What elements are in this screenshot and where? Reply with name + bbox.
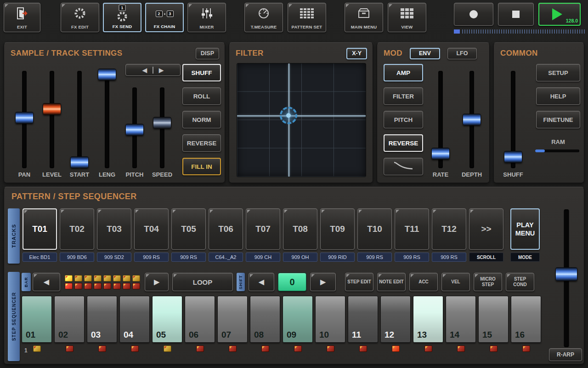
bar-indicator-column[interactable]: [113, 275, 121, 289]
slider-track[interactable]: [14, 71, 34, 168]
filter-xy-pad[interactable]: [237, 63, 366, 177]
sample-option-button[interactable]: SHUFF: [182, 64, 221, 81]
bar-indicator-column[interactable]: [84, 275, 92, 289]
track-button[interactable]: T04: [134, 208, 169, 250]
slider-track[interactable]: [42, 71, 62, 168]
edit-mode-button[interactable]: NOTE EDIT: [377, 273, 406, 291]
step-button[interactable]: 12: [380, 296, 411, 343]
sample-option-button[interactable]: REVERSE: [182, 134, 221, 152]
pattern-set-button[interactable]: PATTERN SET: [288, 3, 326, 32]
step-button[interactable]: 07: [217, 296, 248, 343]
bar-indicator-column[interactable]: [74, 275, 82, 289]
step-button[interactable]: 11: [348, 296, 378, 343]
sample-option-button[interactable]: ROLL: [182, 87, 221, 105]
track-button[interactable]: T07: [246, 208, 280, 250]
slider-handle[interactable]: [431, 148, 450, 160]
slider-track[interactable]: [97, 71, 117, 168]
stop-button[interactable]: [498, 3, 534, 26]
track-button[interactable]: T11: [395, 208, 429, 250]
slider-handle[interactable]: [43, 103, 61, 115]
bar-next-button[interactable]: ▶: [145, 273, 169, 291]
bar-indicator-column[interactable]: [132, 275, 140, 289]
shift-right-button[interactable]: ▶: [310, 273, 336, 291]
sample-option-button[interactable]: FILL IN: [182, 158, 221, 175]
step-button[interactable]: 08: [250, 296, 280, 343]
mod-target-button[interactable]: AMP: [384, 64, 423, 81]
xy-mode-button[interactable]: X-Y: [346, 48, 367, 59]
track-button[interactable]: T10: [357, 208, 392, 250]
step-button[interactable]: 05: [152, 296, 182, 343]
step-button[interactable]: 03: [87, 296, 117, 343]
slider-handle[interactable]: [125, 124, 144, 136]
step-button[interactable]: 02: [54, 296, 85, 343]
slider-track[interactable]: [430, 71, 451, 168]
xy-cursor[interactable]: [280, 107, 297, 124]
track-button[interactable]: T06: [209, 208, 243, 250]
bar-indicator-column[interactable]: [94, 275, 102, 289]
edit-mode-button[interactable]: VEL: [441, 273, 470, 291]
track-button[interactable]: T09: [320, 208, 355, 250]
shift-left-button[interactable]: ◀: [249, 273, 274, 291]
t-measure-button[interactable]: T.MEASURE: [244, 3, 283, 32]
step-button[interactable]: 15: [478, 296, 509, 343]
shuff-slider-track[interactable]: [503, 71, 523, 168]
track-button[interactable]: T02: [60, 208, 94, 250]
mod-target-button[interactable]: PITCH: [384, 111, 423, 128]
slider-track[interactable]: [152, 87, 172, 168]
record-button[interactable]: [454, 3, 493, 26]
step-button[interactable]: 10: [315, 296, 345, 343]
edit-mode-button[interactable]: STEP EDIT: [345, 273, 373, 291]
view-button[interactable]: VIEW: [388, 3, 426, 32]
track-button[interactable]: T12: [432, 208, 466, 250]
step-button[interactable]: 13: [413, 296, 443, 343]
bar-indicator-column[interactable]: [123, 275, 130, 289]
fx-send-button[interactable]: 1 FX SEND: [103, 3, 141, 32]
step-button[interactable]: 09: [283, 296, 313, 343]
slider-track[interactable]: [462, 71, 482, 168]
step-button[interactable]: 14: [446, 296, 476, 343]
common-option-button[interactable]: FINETUNE: [536, 111, 580, 128]
lfo-tab-button[interactable]: LFO: [447, 48, 477, 59]
main-menu-button[interactable]: MAIN MENU: [345, 3, 383, 32]
bar-prev-button[interactable]: ◀: [33, 273, 60, 291]
loop-button[interactable]: LOOP: [172, 273, 233, 291]
envelope-curve-button[interactable]: [384, 158, 423, 175]
r-arp-button[interactable]: R-ARP: [549, 348, 582, 361]
slider-handle[interactable]: [153, 117, 171, 129]
fx-edit-button[interactable]: FX EDIT: [61, 3, 99, 32]
env-tab-button[interactable]: ENV: [410, 48, 440, 59]
track-button[interactable]: T05: [171, 208, 206, 250]
bar-indicator-column[interactable]: [103, 275, 111, 289]
track-button[interactable]: T03: [97, 208, 131, 250]
arrow-left-icon[interactable]: ◀: [142, 67, 147, 74]
step-button[interactable]: 04: [119, 296, 150, 343]
step-button[interactable]: 06: [185, 296, 215, 343]
mixer-button[interactable]: MIXER: [187, 3, 226, 32]
play-menu-button[interactable]: PLAY MENU: [510, 208, 540, 250]
fx-chain-button[interactable]: 2 3 FX CHAIN: [145, 3, 184, 32]
slider-handle[interactable]: [15, 112, 34, 124]
exit-button[interactable]: EXIT: [4, 3, 40, 32]
volume-slider-handle[interactable]: [555, 267, 577, 281]
common-option-button[interactable]: SETUP: [536, 64, 580, 81]
edit-mode-button[interactable]: STEP COND: [506, 273, 534, 291]
edit-mode-button[interactable]: ACC: [409, 273, 438, 291]
slider-track[interactable]: [69, 71, 90, 168]
slider-handle[interactable]: [70, 156, 89, 168]
common-option-button[interactable]: HELP: [536, 87, 580, 105]
play-button[interactable]: 128.0: [538, 3, 581, 26]
slider-track[interactable]: [124, 87, 145, 168]
track-button[interactable]: T08: [283, 208, 317, 250]
slider-handle[interactable]: [98, 69, 116, 80]
bar-indicator-column[interactable]: [65, 275, 73, 289]
master-volume-slider[interactable]: [552, 209, 581, 347]
slider-handle[interactable]: [463, 114, 481, 126]
mod-target-button[interactable]: REVERSE: [384, 134, 423, 152]
step-button[interactable]: 16: [511, 296, 541, 343]
mod-target-button[interactable]: FILTER: [384, 87, 423, 105]
track-button[interactable]: T01: [23, 208, 57, 250]
edit-mode-button[interactable]: MICRO STEP: [474, 273, 502, 291]
step-button[interactable]: 01: [22, 296, 52, 343]
arrow-right-icon[interactable]: ▶: [159, 67, 164, 74]
track-button[interactable]: >>: [469, 208, 503, 250]
